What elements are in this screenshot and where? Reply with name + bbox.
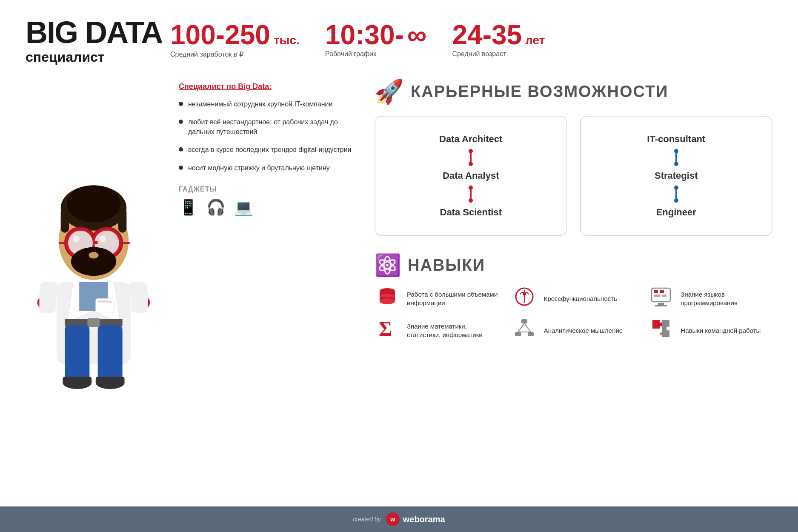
svg-line-56 — [524, 323, 531, 332]
career-section-title: КАРЬЕРНЫЕ ВОЗМОЖНОСТИ — [411, 83, 668, 101]
rocket-icon: 🚀 — [375, 78, 404, 106]
trait-text-4: носит модную стрижку и брутальную щетину — [188, 163, 330, 173]
specialist-subtitle: специалист — [26, 49, 170, 65]
career-card-1: Data Architect Data Analyst Data Scienti… — [375, 116, 567, 236]
footer-logo-text: weborama — [403, 515, 445, 524]
skill-teamwork-text: Навыки командной работы — [681, 326, 761, 335]
svg-rect-48 — [662, 295, 666, 297]
svg-rect-46 — [660, 290, 664, 293]
connector-red-1 — [470, 149, 472, 166]
career-card-2: IT-consultant Strategist Engineer — [580, 116, 773, 236]
skill-math: Σ Знание математики, статистики, информа… — [375, 318, 499, 343]
svg-rect-45 — [654, 290, 658, 293]
svg-point-28 — [100, 235, 106, 242]
stat-schedule: 10:30- ∞ Рабочий график — [325, 21, 427, 58]
svg-rect-16 — [39, 288, 56, 313]
stat-salary: 100-250 тыс. Средний заработок в ₽ — [170, 21, 300, 58]
skill-databases-text: Работа с большими объемами информации — [407, 290, 499, 307]
trait-item-1: незаменимый сотрудник крупной IT-компани… — [179, 100, 358, 109]
stat-schedule-value: 10:30- — [325, 21, 404, 49]
bullet-1 — [179, 102, 183, 106]
footer-logo-symbol: w — [390, 516, 395, 523]
big-data-title: BIG DATA — [26, 17, 170, 48]
stat-salary-value: 100-250 — [170, 21, 270, 49]
stat-age-unit: лет — [525, 34, 545, 46]
bullet-3 — [179, 147, 183, 152]
svg-rect-49 — [658, 303, 664, 305]
atom-icon: ⚛️ — [375, 253, 401, 277]
career-cards: Data Architect Data Analyst Data Scienti… — [375, 116, 772, 236]
skill-teamwork: Навыки командной работы — [648, 318, 772, 343]
trait-item-2: любит всё нестандартное: от рабочих зада… — [179, 117, 358, 137]
description-block: Специалист по Big Data: незаменимый сотр… — [179, 74, 358, 506]
svg-rect-11 — [96, 377, 125, 385]
svg-rect-17 — [132, 288, 148, 313]
gadgets-icons: 📱 🎧 💻 — [179, 198, 358, 216]
svg-point-32 — [71, 247, 116, 276]
bullet-2 — [179, 120, 183, 124]
career-header: 🚀 КАРЬЕРНЫЕ ВОЗМОЖНОСТИ — [375, 78, 772, 106]
footer-logo: w weborama — [386, 512, 445, 526]
brain-icon — [512, 286, 537, 311]
bullet-4 — [179, 166, 183, 170]
specialist-label: Специалист по Big Data: — [179, 82, 358, 91]
connector-blue-1 — [675, 149, 677, 166]
svg-rect-29 — [93, 241, 98, 244]
character-illustration — [30, 167, 157, 414]
phone-icon: 📱 — [179, 198, 198, 216]
svg-point-27 — [73, 235, 80, 242]
svg-point-40 — [380, 298, 395, 304]
skill-programming: Знание языков программирования — [648, 286, 772, 311]
laptop-icon: 💻 — [234, 198, 253, 216]
sigma-icon: Σ — [375, 318, 400, 343]
footer-created-by: created by — [353, 516, 380, 523]
svg-rect-9 — [63, 377, 92, 385]
skill-programming-text: Знание языков программирования — [681, 290, 772, 307]
skill-crossfunctional-text: Кроссфункциональность — [544, 295, 617, 303]
skill-databases: Работа с большими объемами информации — [375, 286, 499, 311]
svg-rect-31 — [123, 241, 130, 244]
footer-logo-icon: w — [386, 512, 400, 526]
stats-block: 100-250 тыс. Средний заработок в ₽ 10:30… — [170, 17, 772, 58]
gadgets-label: ГАДЖЕТЫ — [179, 186, 358, 193]
skills-header: ⚛️ НАВЫКИ — [375, 253, 772, 277]
skill-analytics-text: Аналитическое мышление — [544, 326, 623, 335]
stat-schedule-unit: ∞ — [407, 21, 427, 49]
career-strategist: Strategist — [655, 166, 698, 186]
character-block — [26, 74, 162, 506]
code-icon — [648, 286, 674, 311]
career-data-architect: Data Architect — [439, 129, 502, 149]
trait-item-4: носит модную стрижку и брутальную щетину — [179, 163, 358, 173]
middle-section: Специалист по Big Data: незаменимый сотр… — [0, 74, 798, 506]
stat-age-value: 24-35 — [452, 21, 522, 49]
trait-text-3: всегда в курсе последних трендов digital… — [188, 145, 352, 154]
footer: created by w weborama — [0, 506, 798, 532]
svg-line-55 — [518, 323, 524, 332]
svg-rect-5 — [88, 318, 100, 327]
gadgets-section: ГАДЖЕТЫ 📱 🎧 💻 — [179, 186, 358, 216]
top-section: BIG DATA специалист 100-250 тыс. Средний… — [0, 0, 798, 74]
stat-salary-unit: тыс. — [274, 34, 300, 46]
page-container: BIG DATA специалист 100-250 тыс. Средний… — [0, 0, 798, 532]
svg-rect-6 — [65, 325, 89, 383]
svg-rect-54 — [528, 332, 534, 336]
skill-math-text: Знание математики, статистики, информати… — [407, 322, 499, 339]
svg-rect-53 — [515, 332, 521, 336]
skills-grid: Работа с большими объемами информации — [375, 286, 772, 343]
career-it-consultant: IT-consultant — [647, 129, 705, 149]
svg-rect-47 — [654, 295, 661, 297]
trait-text-2: любит всё нестандартное: от рабочих зада… — [188, 117, 358, 137]
stat-salary-label: Средний заработок в ₽ — [170, 50, 300, 58]
connector-blue-2 — [675, 186, 677, 203]
stat-schedule-label: Рабочий график — [325, 50, 427, 58]
career-data-scientist: Data Scientist — [440, 203, 502, 222]
skill-crossfunctional: Кроссфункциональность — [512, 286, 636, 311]
career-block: 🚀 КАРЬЕРНЫЕ ВОЗМОЖНОСТИ Data Architect D… — [375, 74, 772, 506]
skills-section: ⚛️ НАВЫКИ — [375, 253, 772, 343]
svg-rect-52 — [521, 319, 527, 323]
trait-text-1: незаменимый сотрудник крупной IT-компани… — [188, 100, 332, 109]
database-icon — [375, 286, 400, 311]
svg-point-43 — [523, 292, 526, 295]
traits-list: незаменимый сотрудник крупной IT-компани… — [179, 100, 358, 173]
svg-rect-7 — [98, 325, 123, 383]
